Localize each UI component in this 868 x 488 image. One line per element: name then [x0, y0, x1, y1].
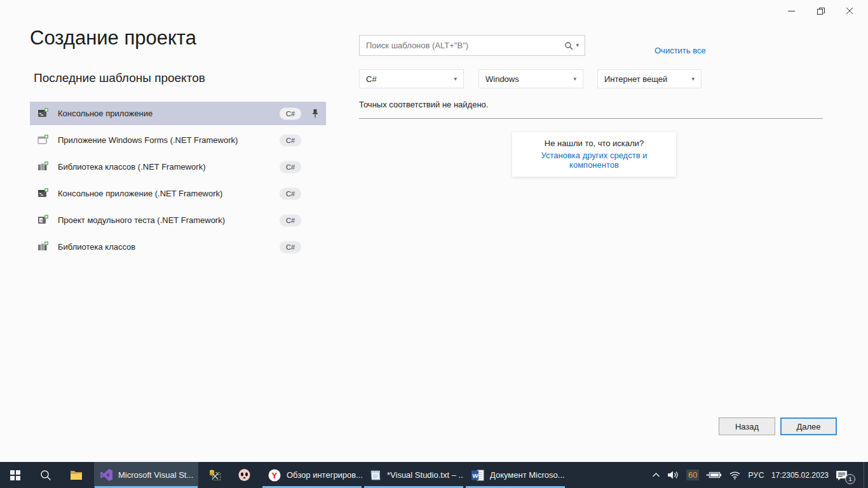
taskbar-task-word[interactable]: W Документ Microso...: [465, 462, 566, 488]
pin-icon[interactable]: [311, 109, 320, 118]
template-name: Консольное приложение: [58, 109, 153, 118]
chevron-up-icon: [652, 472, 660, 478]
template-name: Библиотека классов: [58, 242, 135, 252]
file-explorer-button[interactable]: [61, 462, 92, 488]
not-found-info-box: Не нашли то, что искали? Установка други…: [512, 132, 676, 177]
chevron-down-icon: ▾: [454, 76, 457, 82]
template-console-app-netfx[interactable]: Консольное приложение (.NET Framework) C…: [30, 182, 326, 205]
search-input[interactable]: [360, 36, 564, 55]
language-badge: C#: [280, 161, 301, 173]
search-caret-icon: ▾: [576, 43, 579, 48]
window-controls: [776, 0, 864, 22]
language-badge: C#: [280, 187, 301, 200]
minimize-button[interactable]: [776, 0, 806, 22]
word-icon: W: [471, 470, 484, 481]
not-found-title: Не нашли то, что искали?: [517, 139, 671, 148]
file-explorer-icon: [70, 470, 83, 480]
taskbar-task-visual-studio[interactable]: Microsoft Visual St...: [94, 462, 198, 488]
task-label: Обзор интегриров...: [287, 470, 362, 480]
project-type-filter-value: Интернет вещей: [604, 74, 667, 84]
language-badge: C#: [280, 134, 301, 146]
task-label: Microsoft Visual St...: [118, 470, 193, 480]
wifi-icon: [729, 471, 741, 480]
next-button[interactable]: Далее: [780, 417, 837, 435]
back-button[interactable]: Назад: [719, 417, 775, 435]
tray-time: 17:23: [771, 471, 790, 480]
results-divider: [359, 118, 823, 119]
search-icon: [564, 41, 573, 50]
system-tray: 60 РУС 17:23 05.02.2023: [652, 462, 868, 488]
svg-text:W: W: [473, 471, 478, 478]
tray-date: 05.02.2023: [790, 471, 829, 480]
restore-button[interactable]: [806, 0, 835, 22]
taskbar-task-notepad[interactable]: *Visual Studio.txt – ...: [363, 462, 464, 488]
template-unit-test-netfx[interactable]: A Проект модульного теста (.NET Framewor…: [30, 208, 326, 232]
volume-button[interactable]: [667, 470, 679, 480]
create-project-dialog: Создание проекта Последние шаблоны проек…: [0, 0, 868, 488]
start-button[interactable]: [0, 462, 31, 488]
template-name: Библиотека классов (.NET Framework): [58, 162, 206, 172]
show-desktop-button[interactable]: [864, 462, 867, 488]
search-icon: [40, 470, 51, 481]
chevron-down-icon: ▾: [691, 76, 695, 82]
platform-filter-dropdown[interactable]: Windows ▾: [478, 69, 583, 88]
notification-count-badge: 1: [845, 474, 855, 484]
project-type-filter-dropdown[interactable]: Интернет вещей ▾: [597, 69, 702, 88]
language-filter-dropdown[interactable]: C# ▾: [359, 69, 464, 88]
unit-test-icon: A: [37, 215, 48, 226]
page-title: Создание проекта: [30, 27, 196, 50]
battery-charging-icon: [706, 471, 722, 479]
action-center-button[interactable]: 1: [836, 470, 848, 480]
minimize-icon: [788, 8, 795, 15]
yandex-browser-icon: Y: [268, 469, 281, 482]
platform-filter-value: Windows: [485, 74, 519, 84]
language-filter-value: C#: [366, 74, 377, 84]
taskbar-game-editor-button[interactable]: [200, 462, 229, 488]
visual-studio-icon: [100, 469, 112, 481]
class-library-icon: [37, 161, 48, 172]
template-class-library-netfx[interactable]: Библиотека классов (.NET Framework) C#: [30, 155, 326, 179]
template-search-box: ▾: [359, 35, 585, 56]
windows-logo-icon: [10, 470, 20, 480]
notepad-icon: [370, 469, 381, 482]
svg-text:Y: Y: [272, 470, 278, 480]
template-name: Приложение Windows Forms (.NET Framework…: [58, 135, 238, 145]
search-button[interactable]: ▾: [564, 41, 585, 50]
class-library-icon: [37, 241, 48, 252]
no-matches-status: Точных соответствий не найдено.: [359, 100, 488, 109]
recent-templates-heading: Последние шаблоны проектов: [34, 71, 205, 85]
battery-button[interactable]: [706, 471, 722, 479]
task-label: *Visual Studio.txt – ...: [387, 470, 464, 480]
language-badge: C#: [280, 214, 301, 226]
speaker-icon: [667, 470, 679, 480]
template-console-app[interactable]: Консольное приложение C#: [30, 102, 326, 125]
svg-text:A: A: [40, 219, 43, 222]
template-name: Проект модульного теста (.NET Framework): [58, 215, 225, 225]
template-name: Консольное приложение (.NET Framework): [58, 189, 222, 198]
taskbar-isaac-game-button[interactable]: [229, 462, 259, 488]
network-button[interactable]: [729, 471, 741, 480]
task-label: Документ Microso...: [490, 470, 565, 480]
taskbar-search-button[interactable]: [31, 462, 61, 488]
install-components-link[interactable]: Установка других средств и компонентов: [517, 151, 671, 170]
console-app-icon: [37, 188, 48, 199]
isaac-face-icon: [238, 468, 251, 482]
battery-percent-indicator[interactable]: 60: [686, 470, 699, 480]
close-icon: [846, 7, 853, 15]
tray-chevron-button[interactable]: [652, 472, 660, 478]
close-button[interactable]: [835, 0, 864, 22]
recent-template-list: Консольное приложение C# Приложение Wind…: [30, 102, 326, 262]
template-winforms-app[interactable]: Приложение Windows Forms (.NET Framework…: [30, 128, 326, 152]
clock[interactable]: 17:23 05.02.2023: [771, 471, 829, 480]
taskbar-task-yandex-browser[interactable]: Y Обзор интегриров...: [262, 462, 362, 488]
winforms-app-icon: [37, 135, 48, 146]
template-class-library[interactable]: Библиотека классов C#: [30, 235, 326, 259]
console-app-icon: [37, 108, 48, 119]
chevron-down-icon: ▾: [573, 76, 576, 82]
restore-icon: [817, 7, 825, 15]
taskbar: Microsoft Visual St...: [0, 462, 868, 488]
tools-icon: [208, 469, 221, 482]
language-badge: C#: [280, 107, 301, 119]
language-indicator[interactable]: РУС: [748, 471, 764, 480]
clear-all-link[interactable]: Очистить все: [654, 46, 706, 55]
